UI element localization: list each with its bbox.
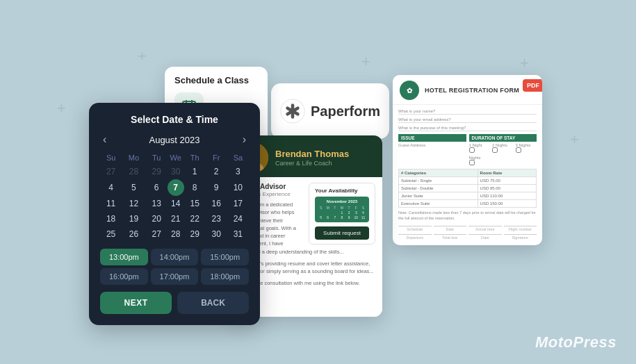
cal-day[interactable]: 24 (227, 211, 249, 226)
hotel-label-email: What is your email address? (398, 117, 537, 122)
mini-calendar: November 2023 S M T W T F S (315, 197, 369, 222)
time-slot-1800[interactable]: 18:00pm (201, 268, 249, 285)
cards-area: Select Date & Time ‹ August 2023 › Su Mo… (0, 0, 636, 364)
cal-day[interactable]: 5 (122, 179, 145, 196)
cal-day[interactable]: 10 (227, 179, 249, 196)
cal-day[interactable]: 30 (206, 226, 227, 242)
cal-day[interactable]: 3 (227, 164, 249, 179)
room-rate: USD 95.00 (478, 185, 536, 192)
night-2-checkbox[interactable] (492, 147, 498, 153)
cal-day[interactable]: 20 (146, 211, 168, 226)
availability-title: Your Availability (315, 188, 369, 194)
room-category: Subtotal - Double (399, 185, 478, 192)
cal-day[interactable]: 30 (168, 164, 184, 179)
hotel-cancellation-note: Note: Cancellations made less than 7 day… (398, 210, 537, 221)
time-slot-1300[interactable]: 13:00pm (100, 249, 148, 265)
time-slot-1400[interactable]: 14:00pm (151, 249, 199, 265)
sign-flight: Flight number (504, 226, 537, 231)
calendar-card: Select Date & Time ‹ August 2023 › Su Mo… (89, 103, 260, 325)
sign-date1: Date (434, 226, 467, 231)
night-3-checkbox[interactable] (516, 147, 521, 153)
room-rate: USD 110.00 (478, 192, 536, 200)
cal-day[interactable]: 27 (146, 226, 168, 242)
hotel-label-purpose: What is the purpose of this meeting? (398, 126, 537, 130)
day-header-mo: Mo (122, 151, 145, 164)
hotel-header: ✿ HOTEL REGISTRATION FORM (393, 75, 542, 105)
cal-day[interactable]: 19 (122, 211, 145, 226)
cal-day[interactable]: 26 (122, 226, 145, 242)
next-month-button[interactable]: › (240, 133, 249, 146)
hotel-logo: ✿ (400, 81, 419, 100)
room-category: Junior Suite (399, 192, 478, 200)
table-row: Subtotal - Single USD 75.00 (399, 177, 537, 185)
hotel-form-title: HOTEL REGISTRATION FORM (425, 87, 519, 94)
cal-day[interactable]: 23 (206, 211, 227, 226)
hotel-field-line-email (398, 122, 537, 123)
cal-day[interactable]: 6 (146, 179, 168, 196)
room-category: Executive Suite (399, 200, 478, 208)
career-subtitle: Career & Life Coach (275, 160, 349, 167)
hotel-rate-table: # Categories Room Rate Subtotal - Single… (398, 169, 537, 208)
sign-total: Total due (434, 234, 467, 240)
cal-day[interactable]: 28 (122, 164, 145, 179)
cal-day[interactable]: 8 (184, 179, 206, 196)
cal-day[interactable]: 4 (100, 179, 122, 196)
calendar-nav: ‹ August 2023 › (100, 133, 249, 146)
back-button[interactable]: BACK (177, 292, 249, 314)
hotel-label-name: What is your name? (398, 109, 537, 113)
hotel-field-name: What is your name? (398, 109, 537, 115)
cal-day[interactable]: 12 (122, 196, 145, 211)
hotel-field-email: What is your email address? (398, 117, 537, 123)
cal-day[interactable]: 31 (227, 226, 249, 242)
sign-departure: Departure (398, 234, 432, 240)
cal-day[interactable]: 1 (184, 164, 206, 179)
time-slots: 13:00pm 14:00pm 15:00pm 16:00pm 17:00pm … (100, 249, 249, 285)
next-button[interactable]: NEXT (100, 292, 172, 314)
time-slot-1600[interactable]: 16:00pm (100, 268, 148, 285)
career-name-block: Brendan Thomas Career & Life Coach (275, 149, 349, 167)
hotel-card: ✿ HOTEL REGISTRATION FORM PDF What is yo… (393, 75, 542, 245)
night-1-checkbox[interactable] (469, 147, 475, 153)
submit-request-button[interactable]: Submit request (315, 226, 369, 240)
calendar-grid: Su Mo Tu We Th Fr Sa 27 28 29 30 1 2 3 (100, 151, 249, 242)
cal-day[interactable]: 22 (184, 211, 206, 226)
calendar-buttons: NEXT BACK (100, 292, 249, 314)
hotel-field-line-purpose (398, 131, 537, 131)
cal-day[interactable]: 29 (146, 164, 168, 179)
cal-day[interactable]: 2 (206, 164, 227, 179)
sign-signature: Signature (504, 234, 537, 240)
cal-day[interactable]: 27 (100, 164, 122, 179)
cal-day[interactable]: 17 (227, 196, 249, 211)
cal-day[interactable]: 13 (146, 196, 168, 211)
table-row: Executive Suite USD 150.00 (399, 200, 537, 208)
paperform-card: Paperform (271, 83, 389, 139)
day-header-we: We (168, 151, 184, 164)
day-header-fr: Fr (206, 151, 227, 164)
cal-day[interactable]: 21 (168, 211, 184, 226)
cal-day[interactable]: 14 (168, 196, 184, 211)
table-row: Junior Suite USD 110.00 (399, 192, 537, 200)
cal-day[interactable]: 18 (100, 211, 122, 226)
cal-day-today[interactable]: 7 (168, 179, 184, 196)
nights-other-checkbox[interactable] (469, 160, 475, 165)
cal-day[interactable]: 11 (100, 196, 122, 211)
cal-day[interactable]: 28 (168, 226, 184, 242)
hotel-section-duration: DURATION OF STAY (469, 134, 537, 142)
time-slot-1700[interactable]: 17:00pm (151, 268, 199, 285)
cal-day[interactable]: 16 (206, 196, 227, 211)
time-slot-1500[interactable]: 15:00pm (201, 249, 249, 265)
sign-schedule: Schedule (398, 226, 432, 231)
cal-day[interactable]: 15 (184, 196, 206, 211)
hotel-field-purpose: What is the purpose of this meeting? (398, 126, 537, 131)
cal-day[interactable]: 9 (206, 179, 227, 196)
prev-month-button[interactable]: ‹ (100, 133, 109, 146)
day-header-tu: Tu (146, 151, 168, 164)
cal-day[interactable]: 29 (184, 226, 206, 242)
table-row: Subtotal - Double USD 95.00 (399, 185, 537, 192)
paperform-logo: Paperform (280, 99, 380, 124)
calendar-title: Select Date & Time (100, 114, 249, 125)
hotel-body: What is your name? What is your email ad… (393, 105, 542, 245)
paperform-name: Paperform (311, 104, 380, 119)
table-header-rate: Room Rate (478, 169, 536, 177)
cal-day[interactable]: 25 (100, 226, 122, 242)
